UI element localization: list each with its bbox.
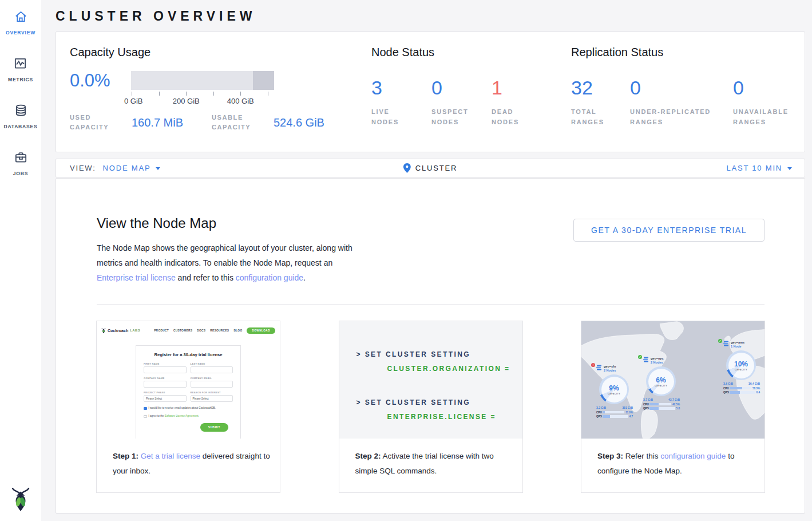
sidebar-item-metrics[interactable]: METRICS	[8, 56, 33, 82]
checkbox-unchecked	[144, 415, 147, 419]
capacity-usage-title: Capacity Usage	[70, 46, 371, 59]
get-trial-license-link[interactable]: Get a trial license	[141, 452, 200, 460]
enterprise-trial-license-link[interactable]: Enterprise trial license	[97, 273, 176, 282]
stat-label: LIVE NODES	[371, 106, 416, 127]
submit-button: SUBMIT	[200, 423, 228, 432]
step1-card: Cockroach LABS PRODUCT CUSTOMERS DOCS RE…	[96, 321, 280, 493]
cpu-label: CPU	[596, 411, 601, 414]
description-text: The Node Map shows the geographical layo…	[97, 243, 352, 267]
sidebar-item-label: OVERVIEW	[6, 30, 35, 35]
prompt-symbol: >	[357, 398, 362, 406]
select-input: Please Select	[191, 395, 233, 402]
step2-caption: Step 2: Activate the trial license with …	[339, 439, 522, 492]
replication-status-title: Replication Status	[571, 46, 796, 59]
chevron-down-icon	[787, 167, 792, 170]
usable-capacity-label: USABLE CAPACITY	[212, 113, 266, 132]
capacity-gauge: 0 GiB 200 GiB 400 GiB	[131, 71, 274, 106]
stat-value: 0	[733, 76, 796, 99]
step3-card: ! geo=sfo 2 Nodes 9% CAPACITY	[581, 321, 765, 493]
sidebar-item-label: DATABASES	[4, 124, 38, 129]
node-map-description: The Node Map shows the geographical layo…	[97, 240, 366, 285]
sidebar-item-databases[interactable]: DATABASES	[4, 103, 38, 129]
step3-node-map-preview: ! geo=sfo 2 Nodes 9% CAPACITY	[581, 321, 765, 439]
capacity-total: 36.4 GiB	[748, 382, 760, 385]
qps-value: 4.7	[629, 415, 633, 418]
cluster-summary-panel: Capacity Usage 0.0% 0 GiB 200 GiB 400 Gi…	[56, 31, 805, 152]
description-text: .	[303, 273, 306, 282]
code-text-green: ENTERPRISE.LICENSE =	[387, 412, 522, 422]
code-text: SET CLUSTER SETTING	[365, 398, 470, 406]
nav-item: RESOURCES	[210, 329, 229, 332]
usable-capacity-value: 524.6 GiB	[274, 116, 324, 129]
cpu-value: 11.0%	[625, 411, 633, 414]
capacity-donut: 10% CAPACITY	[726, 350, 756, 380]
time-range-dropdown[interactable]: LAST 10 MIN	[726, 164, 792, 172]
nav-item: BLOG	[233, 329, 242, 332]
gauge-tick-label-200: 200 GiB	[173, 97, 200, 105]
stat-live-nodes: 3 LIVE NODES	[371, 76, 431, 127]
text-input	[191, 366, 233, 373]
stat-label: UNDER-REPLICATED RANGES	[630, 106, 727, 127]
cpu-value: 42.5%	[672, 403, 680, 406]
configuration-guide-link[interactable]: configuration guide	[236, 273, 303, 282]
prompt-symbol: >	[357, 350, 362, 358]
replication-status-section: Replication Status 32 TOTAL RANGES 0 UND…	[571, 32, 796, 152]
cpu-label: CPU	[723, 387, 728, 390]
enterprise-trial-button[interactable]: GET A 30-DAY ENTERPRISE TRIAL	[573, 219, 765, 242]
text-input	[144, 381, 187, 388]
gauge-tick-label-0: 0 GiB	[124, 97, 143, 105]
main-content: CLUSTER OVERVIEW Capacity Usage 0.0% 0 G…	[41, 0, 812, 521]
cluster-breadcrumb-label: CLUSTER	[415, 164, 457, 172]
checkbox-label: I would like to receive email updates ab…	[149, 406, 216, 409]
capacity-total: 351 GiB	[622, 406, 633, 409]
cockroach-labs-logo-icon	[10, 487, 31, 514]
time-range-value: LAST 10 MIN	[726, 164, 782, 172]
description-text: and refer to this	[176, 273, 236, 282]
text-input	[191, 381, 233, 388]
step3-caption: Step 3: Refer this configuration guide t…	[581, 439, 765, 492]
code-text: SET CLUSTER SETTING	[365, 350, 470, 358]
sidebar-item-label: JOBS	[13, 171, 28, 176]
checkbox-label: I agree to the Software License Agreemen…	[149, 415, 199, 417]
map-pin-icon	[403, 163, 411, 173]
stat-label: SUSPECT NODES	[431, 106, 476, 127]
capacity-donut: 9% CAPACITY	[599, 374, 629, 404]
cluster-breadcrumb: CLUSTER	[403, 163, 457, 173]
view-selector-dropdown[interactable]: NODE MAP	[103, 164, 161, 172]
cockroach-bug-icon	[101, 327, 106, 334]
section-divider	[97, 304, 765, 305]
step1-screenshot: Cockroach LABS PRODUCT CUSTOMERS DOCS RE…	[97, 321, 280, 439]
capacity-percent: 6%	[656, 376, 666, 384]
used-capacity-label: USED CAPACITY	[70, 113, 120, 132]
field-label: FIRST NAME	[144, 362, 187, 365]
capacity-percent: 9%	[609, 384, 619, 392]
field-label: COMPANY EMAIL	[191, 377, 233, 380]
qps-value: 5.8	[676, 407, 680, 410]
nav-item: DOCS	[197, 329, 205, 332]
dead-status-badge: !	[591, 363, 595, 367]
trial-register-form: Register for a 30-day trial license FIRS…	[136, 345, 241, 439]
stat-label: TOTAL RANGES	[571, 106, 616, 127]
capacity-label: CAPACITY	[735, 369, 747, 371]
node-map-panel: View the Node Map The Node Map shows the…	[56, 178, 805, 514]
nodes-stack-icon	[723, 341, 729, 346]
step-number: Step 1:	[113, 452, 138, 460]
download-button: DOWNLOAD	[247, 327, 275, 334]
capacity-percent: 10%	[734, 360, 748, 368]
field-label: LAST NAME	[191, 362, 233, 365]
stat-value: 32	[571, 76, 630, 99]
capacity-total: 43.7 GiB	[668, 398, 680, 401]
sidebar-item-overview[interactable]: OVERVIEW	[6, 9, 35, 35]
locality-name: geo=nyc	[651, 357, 663, 360]
capacity-used-percent: 0.0%	[70, 71, 131, 106]
qps-label: QPS	[596, 415, 601, 418]
node-status-section: Node Status 3 LIVE NODES 0 SUSPECT NODES…	[371, 32, 571, 152]
chevron-down-icon	[156, 167, 160, 170]
view-selector-value: NODE MAP	[103, 164, 151, 172]
capacity-used: 3.2 GiB	[596, 406, 606, 409]
configuration-guide-link[interactable]: configuration guide	[660, 452, 726, 460]
stat-value: 3	[371, 76, 431, 99]
locality-widget-sfo: ! geo=sfo 2 Nodes 9% CAPACITY	[596, 365, 633, 418]
field-label: COMPANY NAME	[144, 377, 187, 380]
sidebar-item-jobs[interactable]: JOBS	[13, 150, 29, 176]
